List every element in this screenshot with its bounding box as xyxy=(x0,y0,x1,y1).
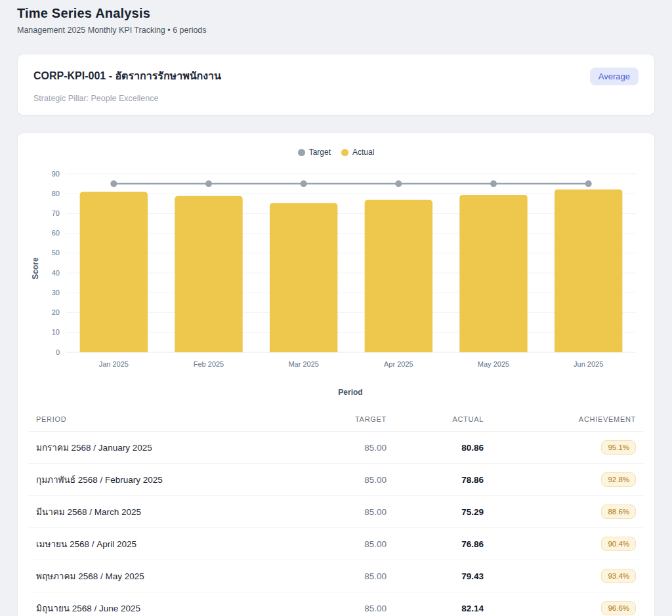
legend-item-actual[interactable]: Actual xyxy=(341,148,374,157)
actual-cell: 75.29 xyxy=(394,496,492,528)
achievement-cell: 96.6% xyxy=(492,592,644,616)
svg-text:0: 0 xyxy=(56,348,60,356)
target-cell: 85.00 xyxy=(296,464,394,496)
svg-text:90: 90 xyxy=(52,170,60,178)
chart-card: Target Actual Score 0102030405060708090J… xyxy=(17,133,655,616)
kpi-title: CORP-KPI-001 - อัตราการรักษาพนักงาน xyxy=(33,68,221,84)
achievement-badge: 92.8% xyxy=(601,472,636,487)
table-header: PERIOD TARGET ACTUAL ACHIEVEMENT xyxy=(28,407,644,432)
achievement-badge: 95.1% xyxy=(601,440,636,455)
actual-cell: 80.86 xyxy=(394,432,492,464)
x-tick-label: Feb 2025 xyxy=(194,360,224,368)
actual-cell: 79.43 xyxy=(394,560,492,592)
bar-jun-2025[interactable] xyxy=(555,190,622,352)
average-badge: Average xyxy=(590,68,639,85)
x-tick-label: Mar 2025 xyxy=(288,360,318,368)
legend-item-target[interactable]: Target xyxy=(298,148,331,157)
achievement-cell: 88.6% xyxy=(492,496,644,528)
target-point-feb-2025[interactable] xyxy=(205,180,212,187)
target-point-apr-2025[interactable] xyxy=(395,180,402,187)
svg-text:40: 40 xyxy=(52,269,60,277)
page: Time Series Analysis Management 2025 Mon… xyxy=(0,0,672,616)
table-row: พฤษภาคม 2568 / May 2025 85.00 79.43 93.4… xyxy=(28,560,644,592)
actual-cell: 82.14 xyxy=(394,592,492,616)
target-point-mar-2025[interactable] xyxy=(301,180,307,187)
kpi-bar-chart: 0102030405060708090Jan 2025Feb 2025Mar 2… xyxy=(28,163,644,388)
bar-feb-2025[interactable] xyxy=(175,196,242,352)
table-row: มิถุนายน 2568 / June 2025 85.00 82.14 96… xyxy=(28,592,644,616)
column-header-target: TARGET xyxy=(296,407,394,432)
column-header-actual: ACTUAL xyxy=(394,407,492,432)
x-tick-label: Jan 2025 xyxy=(99,360,129,368)
table-row: มีนาคม 2568 / March 2025 85.00 75.29 88.… xyxy=(28,496,644,528)
period-cell: มกราคม 2568 / January 2025 xyxy=(28,432,296,464)
page-subtitle: Management 2025 Monthly KPI Tracking • 6… xyxy=(17,26,655,35)
actual-cell: 78.86 xyxy=(394,464,492,496)
column-header-achievement: ACHIEVEMENT xyxy=(492,407,644,432)
target-cell: 85.00 xyxy=(296,496,394,528)
svg-text:20: 20 xyxy=(52,308,60,316)
svg-text:10: 10 xyxy=(52,328,60,336)
kpi-header-text: CORP-KPI-001 - อัตราการรักษาพนักงาน Stra… xyxy=(33,68,221,103)
svg-text:30: 30 xyxy=(52,289,60,297)
chart-legend: Target Actual xyxy=(28,144,644,162)
target-cell: 85.00 xyxy=(296,432,394,464)
table-row: มกราคม 2568 / January 2025 85.00 80.86 9… xyxy=(28,432,644,464)
bar-jan-2025[interactable] xyxy=(80,192,148,352)
period-cell: มีนาคม 2568 / March 2025 xyxy=(28,496,296,528)
svg-text:60: 60 xyxy=(52,229,60,237)
x-tick-label: Apr 2025 xyxy=(384,360,413,368)
achievement-cell: 92.8% xyxy=(492,464,644,496)
achievement-cell: 93.4% xyxy=(492,560,644,592)
bar-mar-2025[interactable] xyxy=(270,203,337,352)
legend-label: Target xyxy=(309,148,331,157)
x-axis-label: Period xyxy=(57,388,644,397)
page-title: Time Series Analysis xyxy=(17,6,655,21)
achievement-badge: 90.4% xyxy=(601,537,636,551)
bar-may-2025[interactable] xyxy=(459,195,527,352)
period-cell: มิถุนายน 2568 / June 2025 xyxy=(28,592,296,616)
legend-dot-icon xyxy=(341,149,348,156)
period-cell: พฤษภาคม 2568 / May 2025 xyxy=(28,560,296,592)
achievement-badge: 96.6% xyxy=(601,601,636,615)
table-row: กุมภาพันธ์ 2568 / February 2025 85.00 78… xyxy=(28,464,644,496)
kpi-subtitle: Strategic Pillar: People Excellence xyxy=(33,94,221,103)
period-cell: เมษายน 2568 / April 2025 xyxy=(28,528,296,560)
achievement-cell: 90.4% xyxy=(492,528,644,560)
target-cell: 85.00 xyxy=(296,528,394,560)
table-body: มกราคม 2568 / January 2025 85.00 80.86 9… xyxy=(28,432,644,616)
target-point-jun-2025[interactable] xyxy=(585,180,592,187)
chart-area: Score 0102030405060708090Jan 2025Feb 202… xyxy=(28,163,644,397)
svg-text:80: 80 xyxy=(52,190,60,197)
bar-apr-2025[interactable] xyxy=(365,200,432,352)
y-axis-label: Score xyxy=(31,257,40,279)
svg-text:70: 70 xyxy=(52,209,60,217)
column-header-period: PERIOD xyxy=(28,407,296,432)
kpi-header-card: CORP-KPI-001 - อัตราการรักษาพนักงาน Stra… xyxy=(17,54,655,115)
table-row: เมษายน 2568 / April 2025 85.00 76.86 90.… xyxy=(28,528,644,560)
chart-svg: 0102030405060708090Jan 2025Feb 2025Mar 2… xyxy=(28,163,645,385)
actual-cell: 76.86 xyxy=(394,528,492,560)
period-cell: กุมภาพันธ์ 2568 / February 2025 xyxy=(28,464,296,496)
target-point-may-2025[interactable] xyxy=(490,180,497,187)
achievement-badge: 88.6% xyxy=(601,504,636,519)
achievement-badge: 93.4% xyxy=(601,569,636,583)
achievement-cell: 95.1% xyxy=(492,432,644,464)
legend-label: Actual xyxy=(352,148,374,157)
kpi-table: PERIOD TARGET ACTUAL ACHIEVEMENT มกราคม … xyxy=(28,407,644,616)
target-cell: 85.00 xyxy=(296,560,394,592)
target-point-jan-2025[interactable] xyxy=(110,180,117,187)
x-tick-label: May 2025 xyxy=(478,360,509,368)
svg-text:50: 50 xyxy=(52,249,60,257)
target-cell: 85.00 xyxy=(296,592,394,616)
legend-dot-icon xyxy=(298,149,305,156)
x-tick-label: Jun 2025 xyxy=(574,360,603,368)
